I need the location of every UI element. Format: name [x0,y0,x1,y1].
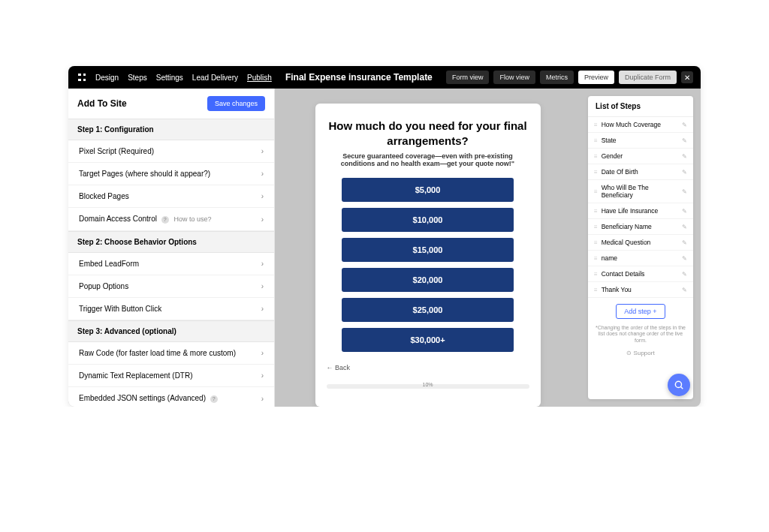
support-link[interactable]: ⊙ Support [588,347,693,362]
save-changes-button[interactable]: Save changes [207,96,265,111]
flow-view-button[interactable]: Flow view [493,71,535,84]
main-area: Add To Site Save changes Step 1: Configu… [68,89,701,407]
edit-icon[interactable]: ✎ [682,255,687,262]
steps-panel-title: List of Steps [588,96,693,117]
option-10000[interactable]: $10,000 [342,208,514,232]
step-row[interactable]: ≡name✎ [588,251,693,266]
step-label: Thank You [602,286,632,293]
step-label: Contact Details [602,270,645,278]
step-row[interactable]: ≡Contact Details✎ [588,266,693,282]
step-label: Gender [602,152,623,160]
sidebar-item-domain-access[interactable]: Domain Access Control ? How to use? › [68,208,274,231]
add-step-button[interactable]: Add step + [616,304,665,319]
drag-handle-icon[interactable]: ≡ [594,271,598,278]
svg-point-0 [675,381,681,387]
step-row[interactable]: ≡Have Life Insurance✎ [588,203,693,219]
edit-icon[interactable]: ✎ [682,271,687,278]
sidebar-title: Add To Site [77,98,127,109]
step-label: State [602,137,617,144]
app-window: Design Steps Settings Lead Delivery Publ… [68,66,701,407]
edit-icon[interactable]: ✎ [682,137,687,144]
form-card: How much do you need for your final arra… [315,104,541,407]
step-label: Beneficiary Name [602,223,652,230]
main-nav: Design Steps Settings Lead Delivery Publ… [95,74,272,82]
drag-handle-icon[interactable]: ≡ [594,153,598,160]
drag-handle-icon[interactable]: ≡ [594,137,598,144]
nav-lead-delivery[interactable]: Lead Delivery [192,74,238,82]
sidebar-item-blocked-pages[interactable]: Blocked Pages› [68,185,274,208]
step-row[interactable]: ≡Thank You✎ [588,282,693,298]
sidebar-item-trigger-button[interactable]: Trigger With Button Click› [68,298,274,320]
sidebar-item-embed-leadform[interactable]: Embed LeadForm› [68,253,274,275]
drag-handle-icon[interactable]: ≡ [594,122,598,128]
option-25000[interactable]: $25,000 [342,298,514,322]
chevron-right-icon: › [261,260,264,268]
drag-handle-icon[interactable]: ≡ [594,255,598,262]
step-label: Who Will Be The Beneficiary [602,184,682,199]
sidebar-item-pixel-script[interactable]: Pixel Script (Required)› [68,140,274,163]
chevron-right-icon: › [261,282,264,290]
sidebar-item-dtr[interactable]: Dynamic Text Replacement (DTR)› [68,365,274,387]
drag-handle-icon[interactable]: ≡ [594,188,598,195]
chevron-right-icon: › [261,349,264,357]
nav-design[interactable]: Design [95,74,119,82]
nav-settings[interactable]: Settings [156,74,183,82]
section-configuration: Step 1: Configuration [68,119,274,140]
back-button[interactable]: ← Back [327,364,351,371]
metrics-button[interactable]: Metrics [540,71,574,84]
step-row[interactable]: ≡Date Of Birth✎ [588,164,693,180]
nav-steps[interactable]: Steps [128,74,147,82]
option-15000[interactable]: $15,000 [342,238,514,262]
sidebar-item-target-pages[interactable]: Target Pages (where should it appear?)› [68,163,274,185]
edit-icon[interactable]: ✎ [682,239,687,246]
edit-icon[interactable]: ✎ [682,188,687,195]
top-bar: Design Steps Settings Lead Delivery Publ… [68,66,701,89]
help-fab[interactable] [668,374,690,396]
step-row[interactable]: ≡Gender✎ [588,149,693,164]
edit-icon[interactable]: ✎ [682,208,687,215]
steps-panel: List of Steps ≡How Much Coverage✎≡State✎… [588,96,693,399]
edit-icon[interactable]: ✎ [682,122,687,128]
progress-label: 10% [422,382,433,387]
sidebar-item-popup-options[interactable]: Popup Options› [68,275,274,298]
logo-icon[interactable] [76,71,88,83]
chevron-right-icon: › [261,192,264,200]
step-label: Have Life Insurance [602,207,659,215]
nav-publish[interactable]: Publish [247,74,272,82]
step-label: Date Of Birth [602,168,638,176]
sidebar-item-raw-code[interactable]: Raw Code (for faster load time & more cu… [68,342,274,365]
step-label: name [602,254,617,262]
step-label: How Much Coverage [602,121,661,128]
sidebar-item-embedded-json[interactable]: Embedded JSON settings (Advanced) ?› [68,387,274,407]
step-row[interactable]: ≡State✎ [588,133,693,149]
edit-icon[interactable]: ✎ [682,169,687,176]
edit-icon[interactable]: ✎ [682,287,687,293]
option-20000[interactable]: $20,000 [342,268,514,292]
drag-handle-icon[interactable]: ≡ [594,239,598,246]
drag-handle-icon[interactable]: ≡ [594,208,598,215]
info-icon: ? [210,395,218,403]
step-row[interactable]: ≡How Much Coverage✎ [588,117,693,133]
duplicate-form-button[interactable]: Duplicate Form [619,71,677,84]
chevron-right-icon: › [261,371,264,380]
close-icon[interactable]: ✕ [681,71,693,83]
edit-icon[interactable]: ✎ [682,153,687,160]
steps-disclaimer: *Changing the order of the steps in the … [588,325,693,347]
drag-handle-icon[interactable]: ≡ [594,169,598,176]
chevron-right-icon: › [261,305,264,313]
form-preview-area: How much do you need for your final arra… [275,89,581,407]
chevron-right-icon: › [261,395,264,403]
step-row[interactable]: ≡Medical Question✎ [588,235,693,251]
preview-button[interactable]: Preview [578,71,614,84]
drag-handle-icon[interactable]: ≡ [594,224,598,230]
step-row[interactable]: ≡Who Will Be The Beneficiary✎ [588,180,693,203]
form-view-button[interactable]: Form view [446,71,490,84]
left-sidebar: Add To Site Save changes Step 1: Configu… [68,89,275,407]
option-30000[interactable]: $30,000+ [342,328,514,352]
section-behavior: Step 2: Choose Behavior Options [68,231,274,253]
edit-icon[interactable]: ✎ [682,224,687,230]
chevron-right-icon: › [261,170,264,178]
step-row[interactable]: ≡Beneficiary Name✎ [588,219,693,235]
option-5000[interactable]: $5,000 [342,178,514,202]
drag-handle-icon[interactable]: ≡ [594,287,598,293]
